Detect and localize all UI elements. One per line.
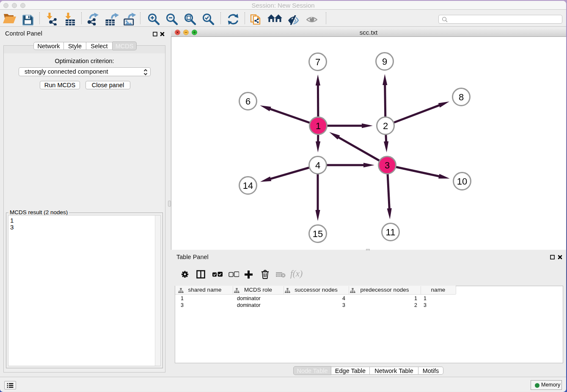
svg-text:9: 9	[382, 56, 387, 67]
svg-text:4: 4	[315, 160, 320, 171]
svg-text:1: 1	[316, 121, 321, 131]
svg-text:3: 3	[385, 160, 390, 171]
svg-text:10: 10	[457, 176, 467, 187]
svg-text:11: 11	[386, 227, 396, 237]
svg-text:14: 14	[243, 180, 253, 191]
svg-text:6: 6	[245, 96, 250, 107]
svg-text:15: 15	[313, 229, 323, 239]
svg-text:8: 8	[459, 92, 464, 102]
svg-text:2: 2	[383, 121, 388, 131]
svg-text:7: 7	[315, 57, 320, 67]
